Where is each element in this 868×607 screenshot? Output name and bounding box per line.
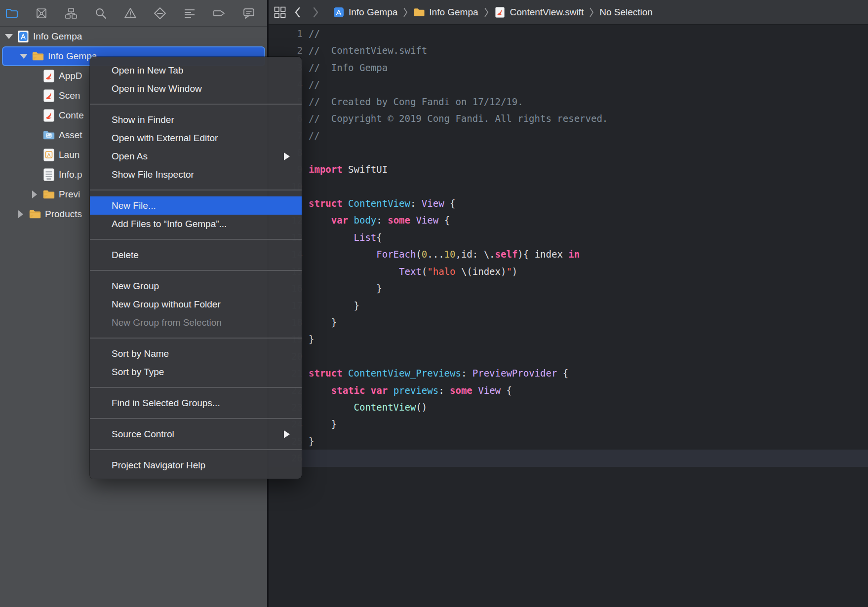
breadcrumb-item[interactable]: Info Gempa bbox=[333, 6, 397, 18]
menu-separator bbox=[90, 387, 302, 388]
menu-item-project-navigator-help[interactable]: Project Navigator Help bbox=[90, 456, 302, 474]
breadcrumb-item[interactable]: No Selection bbox=[599, 7, 653, 18]
menu-item-open-in-new-tab[interactable]: Open in New Tab bbox=[90, 61, 302, 79]
project-navigator-icon[interactable] bbox=[5, 6, 19, 20]
code-line: 1// bbox=[269, 25, 868, 42]
menu-item-label: New Group bbox=[112, 281, 159, 292]
code-line: 2// ContentView.swift bbox=[269, 42, 868, 59]
code-line: 11struct ContentView: View { bbox=[269, 195, 868, 212]
sidebar-item-label: Info Gempa bbox=[33, 31, 267, 42]
swift-file-icon bbox=[42, 89, 55, 102]
menu-item-open-with-external-editor[interactable]: Open with External Editor bbox=[90, 129, 302, 147]
menu-item-label: Show File Inspector bbox=[112, 169, 194, 180]
disclosure-closed-icon[interactable] bbox=[16, 210, 26, 218]
triangle-glyph bbox=[18, 210, 23, 218]
sidebar-item-info-gempa[interactable]: Info Gempa bbox=[0, 27, 267, 46]
code-line: 8 bbox=[269, 144, 868, 161]
triangle-glyph bbox=[20, 54, 28, 59]
code-line: 17 } bbox=[269, 297, 868, 314]
code-text: } bbox=[309, 416, 337, 432]
code-line: 26 bbox=[269, 450, 868, 466]
code-text: ForEach(0...10,id: \.self){ index in bbox=[309, 246, 580, 263]
triangle-glyph bbox=[32, 190, 37, 198]
menu-item-open-as[interactable]: Open As bbox=[90, 147, 302, 165]
source-control-navigator-icon[interactable] bbox=[35, 6, 48, 20]
code-line: 9import SwiftUI bbox=[269, 161, 868, 178]
code-line: 6// Copyright © 2019 Cong Fandi. All rig… bbox=[269, 110, 868, 127]
code-line: 4// bbox=[269, 76, 868, 93]
menu-item-source-control[interactable]: Source Control bbox=[90, 425, 302, 443]
disclosure-open-icon[interactable] bbox=[4, 34, 14, 39]
app-file-icon bbox=[17, 30, 30, 43]
plist-file-icon bbox=[42, 168, 55, 181]
code-line: 7// bbox=[269, 127, 868, 144]
context-menu: Open in New TabOpen in New WindowShow in… bbox=[90, 57, 302, 479]
menu-item-new-group-without-folder[interactable]: New Group without Folder bbox=[90, 295, 302, 313]
debug-navigator-icon[interactable] bbox=[183, 6, 197, 20]
code-text: } bbox=[309, 314, 337, 331]
menu-item-label: Find in Selected Groups... bbox=[112, 398, 220, 409]
menu-item-label: Delete bbox=[112, 250, 139, 261]
jump-bar: Info GempaInfo GempaContentView.swiftNo … bbox=[269, 0, 868, 25]
code-text: // bbox=[309, 76, 320, 93]
code-area[interactable]: 1//2// ContentView.swift3// Info Gempa4/… bbox=[269, 25, 868, 607]
symbol-navigator-icon[interactable] bbox=[64, 6, 78, 20]
menu-item-show-file-inspector[interactable]: Show File Inspector bbox=[90, 165, 302, 184]
breadcrumb-label: No Selection bbox=[599, 7, 653, 18]
code-line: 3// Info Gempa bbox=[269, 59, 868, 76]
line-number: 1 bbox=[269, 25, 309, 42]
breadcrumb-label: Info Gempa bbox=[429, 7, 478, 18]
menu-item-new-group[interactable]: New Group bbox=[90, 277, 302, 295]
disclosure-open-icon[interactable] bbox=[19, 54, 29, 59]
menu-item-label: Sort by Type bbox=[112, 367, 164, 378]
breadcrumb-item[interactable]: Info Gempa bbox=[413, 6, 478, 18]
triangle-glyph bbox=[5, 34, 13, 39]
breadcrumb-item[interactable]: ContentView.swift bbox=[494, 6, 584, 18]
menu-item-sort-by-type[interactable]: Sort by Type bbox=[90, 363, 302, 381]
issue-navigator-icon[interactable] bbox=[123, 6, 137, 20]
code-line: 15 Text("halo \(index)") bbox=[269, 263, 868, 280]
menu-item-label: Open with External Editor bbox=[112, 133, 218, 144]
report-navigator-icon[interactable] bbox=[242, 6, 256, 20]
code-line: 25} bbox=[269, 433, 868, 450]
code-text: // Copyright © 2019 Cong Fandi. All righ… bbox=[309, 110, 608, 127]
breakpoint-navigator-icon[interactable] bbox=[212, 6, 226, 20]
folder-crumb-icon bbox=[413, 6, 425, 18]
breadcrumb: Info GempaInfo GempaContentView.swiftNo … bbox=[333, 6, 653, 18]
menu-separator bbox=[90, 270, 302, 271]
menu-item-delete[interactable]: Delete bbox=[90, 246, 302, 264]
menu-item-label: New Group from Selection bbox=[112, 317, 222, 328]
code-line: 23 ContentView() bbox=[269, 399, 868, 416]
breadcrumb-label: Info Gempa bbox=[349, 7, 397, 18]
code-text: // Info Gempa bbox=[309, 59, 388, 76]
code-text: static var previews: some View { bbox=[309, 382, 512, 399]
find-navigator-icon[interactable] bbox=[94, 6, 108, 20]
disclosure-closed-icon[interactable] bbox=[30, 190, 39, 198]
menu-separator bbox=[90, 239, 302, 240]
back-chevron-icon[interactable] bbox=[290, 5, 305, 20]
menu-item-find-in-selected-groups[interactable]: Find in Selected Groups... bbox=[90, 394, 302, 412]
menu-item-label: Open in New Window bbox=[112, 83, 202, 94]
xcode-window: Info GempaInfo GempaAppDScenConteAssetLa… bbox=[0, 0, 868, 607]
code-line: 22 static var previews: some View { bbox=[269, 382, 868, 399]
code-line: 24 } bbox=[269, 416, 868, 432]
swift-file-icon bbox=[42, 70, 55, 82]
forward-chevron-icon[interactable] bbox=[308, 5, 323, 20]
menu-item-label: Sort by Name bbox=[112, 348, 169, 359]
menu-separator bbox=[90, 104, 302, 105]
code-line: 12 var body: some View { bbox=[269, 212, 868, 228]
code-line: 13 List{ bbox=[269, 229, 868, 246]
related-items-icon[interactable] bbox=[273, 5, 287, 20]
code-line: 16 } bbox=[269, 280, 868, 297]
menu-item-new-file[interactable]: New File... bbox=[90, 196, 302, 215]
menu-item-label: New Group without Folder bbox=[112, 299, 221, 310]
menu-item-add-files-to-info-gempa[interactable]: Add Files to “Info Gempa”... bbox=[90, 215, 302, 233]
menu-item-sort-by-name[interactable]: Sort by Name bbox=[90, 344, 302, 363]
menu-item-open-in-new-window[interactable]: Open in New Window bbox=[90, 79, 302, 98]
code-text: // Created by Cong Fandi on 17/12/19. bbox=[309, 93, 523, 110]
code-line: 5// Created by Cong Fandi on 17/12/19. bbox=[269, 93, 868, 110]
code-text: List{ bbox=[309, 229, 382, 246]
menu-item-show-in-finder[interactable]: Show in Finder bbox=[90, 111, 302, 129]
test-navigator-icon[interactable] bbox=[153, 6, 167, 20]
menu-separator bbox=[90, 449, 302, 450]
